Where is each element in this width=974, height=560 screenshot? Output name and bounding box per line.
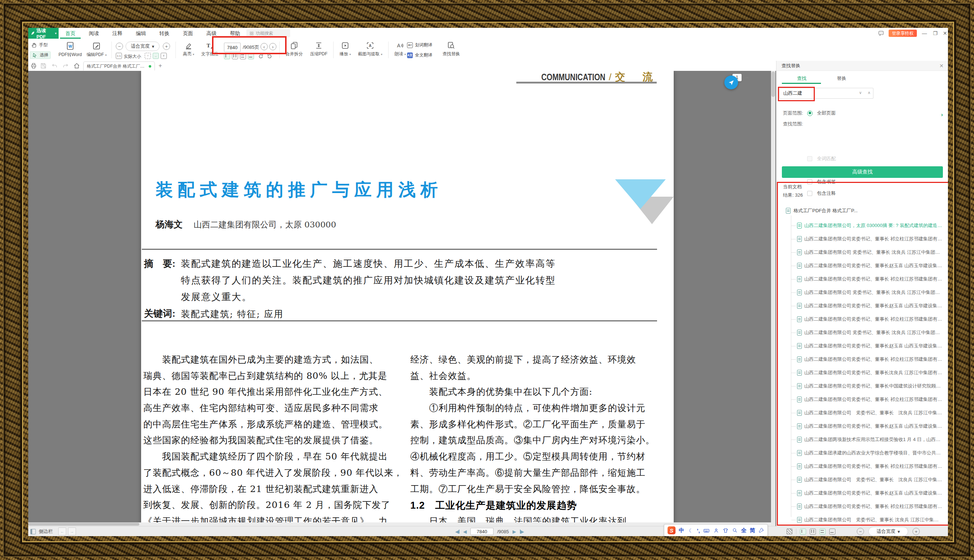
ime-simplified-toggle[interactable]: 简 [750, 527, 755, 534]
collapse-chevron-button[interactable]: ︿ [744, 74, 750, 80]
back-view-button[interactable]: ← [58, 527, 66, 535]
search-result-item[interactable]: 山西二建集团有限公司党委书记、董事长中国建筑设计研究院顾问总工程... [777, 382, 948, 390]
app-logo[interactable]: 迅读PDF ▾ [28, 28, 58, 39]
capture-extract-button[interactable]: 截图与提取 ▾ [354, 41, 386, 57]
search-result-item[interactable]: 山西二建集团有限公司党委书记、董事长 祁立柱江苏邗建集团有限公司... [777, 396, 948, 403]
single-page-layout-button[interactable] [224, 53, 230, 59]
search-result-item[interactable]: 山西二建集团承建的山西农业大学综合教学楼项目、晋中市公共租赁住房... [777, 449, 948, 457]
zoom-in-button[interactable]: + [912, 528, 920, 535]
new-tab-button[interactable]: + [159, 62, 162, 69]
skin-shirt-icon[interactable] [723, 527, 729, 533]
page-range-radio[interactable] [807, 111, 813, 116]
advanced-search-button[interactable]: 高级查找 [782, 166, 943, 178]
moon-icon[interactable] [687, 527, 693, 533]
menu-tab[interactable]: 转换 [153, 28, 176, 39]
full-translate-button[interactable]: A文 全文翻译 [407, 52, 433, 58]
vertical-scrollbar-thumb[interactable] [771, 72, 775, 97]
keyboard-icon[interactable] [703, 527, 710, 534]
zoom-out-button[interactable]: − [857, 528, 864, 535]
sidebar-toggle[interactable]: 侧边栏 [30, 527, 53, 536]
search-result-item[interactable]: 山西二建集团两项新技术应用示范工程接受验收1 月 4 日，山西二建集团... [777, 436, 948, 443]
restore-button[interactable]: ❐ [932, 30, 939, 36]
find-replace-button[interactable]: 查找替换 [439, 41, 463, 57]
ime-punctuation-toggle[interactable]: ’, [697, 527, 700, 533]
edit-pdf-button[interactable]: 编辑PDF ▾ [85, 41, 108, 58]
search-result-item[interactable]: 山西二建集团有限公司党委书记、董事长赵玉喜 山西玉华建设集团有限... [777, 423, 948, 430]
search-result-item[interactable]: 山西二建集团有限公司党委书记、董事长 祁立柱江苏邗建集团有限公司... [777, 235, 948, 243]
expand-chevron-icon[interactable]: › [941, 112, 943, 117]
search-result-item[interactable]: 山西二建集团有限公司党委书记、董事长沈良兵 江苏江中集团有限公司... [777, 369, 948, 376]
two-page-continuous-view-button[interactable] [829, 528, 835, 535]
actual-size-icon[interactable]: 1:1 [116, 53, 122, 59]
vertical-scrollbar[interactable] [771, 71, 775, 526]
undo-icon[interactable] [51, 62, 58, 69]
checkbox[interactable] [807, 179, 812, 184]
forward-view-button[interactable]: → [68, 527, 76, 535]
previous-page-button[interactable]: ◀ [463, 529, 467, 534]
hand-tool-button[interactable]: 手型 [31, 42, 48, 48]
search-result-item[interactable]: 山西二建集团有限公司党委书记、董事长 祁立柱江苏邗建集团有限公司... [777, 316, 948, 323]
document-tab[interactable]: 格式工厂PDF合并 格式工厂PD... [83, 62, 155, 70]
continuous-layout-button[interactable] [248, 53, 254, 59]
continuous-view-button[interactable] [820, 528, 826, 535]
panel-tab[interactable]: 查找 [782, 73, 822, 84]
search-result-item[interactable]: 山西二建集团有限公司党委书记、董事长赵玉喜 山西玉华建设集团有限... [777, 302, 948, 310]
login-button[interactable]: 登录享特权 [889, 30, 917, 37]
ime-logo[interactable]: S [668, 527, 675, 534]
search-result-item[interactable]: 山西二建集团有限公司 党委书记、董事长 沈良兵 江苏江中集团有限公司... [777, 329, 948, 336]
play-button[interactable]: 播放 ▾ [336, 41, 354, 57]
single-page-view-button[interactable] [800, 528, 806, 535]
menu-tab[interactable]: 编辑 [129, 28, 153, 39]
compress-pdf-button[interactable]: 压缩PDF [307, 41, 330, 57]
person-icon[interactable] [713, 527, 719, 533]
search-result-item[interactable]: 山西二建集团有限公司 党委书记、董事长 沈良兵 江苏江中集团有限... [777, 409, 948, 417]
search-result-item[interactable]: 山西二建集团有限公司党委书记、董事长赵玉喜 山西玉华建设集团有限... [777, 262, 948, 269]
highlight-button[interactable]: 高亮 ▾ [179, 41, 199, 57]
ime-fullwidth-toggle[interactable]: 全 [741, 527, 747, 534]
search-prev-chevron[interactable]: ∨ [859, 90, 862, 95]
merge-split-button[interactable]: 合并拆分 [282, 41, 306, 57]
menu-tab[interactable]: 页面 [176, 28, 200, 39]
zoom-level-dropdown[interactable]: 适合宽度▾ [125, 42, 160, 51]
panel-close-icon[interactable]: ✕ [939, 61, 944, 71]
zoom-out-button[interactable]: − [116, 43, 123, 50]
minimize-button[interactable]: — [921, 30, 928, 36]
search-result-item[interactable]: 山西二建集团有限公司党委书记、董事长赵玉喜 山西玉华建设集团有限... [777, 342, 948, 350]
zoom-in-button[interactable]: + [163, 43, 170, 50]
background-pattern-button[interactable] [787, 528, 792, 534]
panel-tab[interactable]: 替换 [822, 73, 862, 84]
grid-layout-button[interactable] [240, 53, 246, 59]
search-result-item[interactable]: 山西二建集团有限公司党委书记、董事长赵玉喜 山西玉华建设集团有限... [777, 490, 948, 497]
statusbar-page-input[interactable] [470, 528, 493, 535]
search-result-item[interactable]: 山西二建集团有限公司 党委书记、董事长 沈良兵 江苏江中集团有限... [777, 476, 948, 483]
save-icon[interactable] [40, 62, 47, 69]
checkbox[interactable] [807, 191, 812, 196]
fit-width-button[interactable]: ‥ [153, 53, 159, 59]
word-translate-button[interactable]: A+ 划词翻译 [407, 42, 433, 48]
home-icon[interactable] [73, 62, 80, 69]
menu-tab[interactable]: 首页 [58, 28, 82, 39]
feedback-comment-icon[interactable] [878, 30, 884, 37]
checkbox[interactable] [807, 156, 812, 161]
search-result-item[interactable]: 山西二建集团有限公司党委书记、董事长 祁立柱江苏邗建集团有限公司... [777, 356, 948, 363]
wrench-icon[interactable] [758, 527, 764, 533]
menu-tab[interactable]: 注释 [106, 28, 129, 39]
search-result-item[interactable]: 山西二建集团有限公司 党委书记、董事长 沈良兵 江苏江中集团有限 [777, 516, 948, 523]
search-result-item[interactable]: 山西二建集团有限公司，太原 030000摘 要: ? 装配式建筑的建造以工... [777, 222, 948, 229]
search-result-item[interactable]: 山西二建集团有限公司 党委书记、董事长 沈良兵 江苏江中集团有限公司... [777, 249, 948, 256]
first-page-button[interactable]: ◀ [455, 529, 459, 534]
feature-search-box[interactable]: 功能搜索 [246, 29, 290, 37]
menu-tab[interactable]: 阅读 [82, 28, 106, 39]
close-button[interactable]: ✕ [943, 30, 947, 36]
pdf-to-word-button[interactable]: PDF转Word [57, 41, 83, 58]
last-page-button[interactable]: ▶ [520, 529, 524, 534]
search-next-chevron[interactable]: ∧ [868, 90, 870, 95]
ime-language-toggle[interactable]: 中 [679, 527, 684, 534]
horizontal-scrollbar-thumb[interactable] [28, 523, 139, 526]
horizontal-scrollbar[interactable] [28, 522, 771, 526]
search-result-item[interactable]: 山西二建集团有限公司党委书记、董事长 祁立柱江苏邗建集团有限公司... [777, 463, 948, 470]
fit-text-button[interactable]: T [160, 53, 167, 59]
search-result-item[interactable]: 山西二建集团有限公司党委书记、董事长 祁立柱江苏邗建集团有限公司... [777, 275, 948, 283]
search-result-item[interactable]: 山西二建集团有限公司 党委书记、董事长 沈良兵 江苏江中集团有限公司... [777, 289, 948, 296]
input-method-toolbar[interactable]: S 中 ’, 全 简 [664, 524, 768, 536]
